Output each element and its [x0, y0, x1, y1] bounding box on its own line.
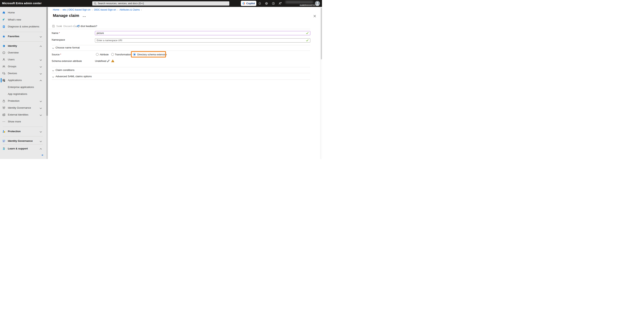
copilot-label: Copilot	[246, 2, 255, 5]
section-choose-name-format[interactable]: Choose name format	[56, 46, 80, 49]
breadcrumb-attributes-claims[interactable]: Attributes & Claims	[120, 9, 140, 11]
tenant-name: KUBEROCKETCI	[290, 4, 315, 6]
copilot-logo-icon	[242, 2, 245, 5]
sidebar-divider	[3, 41, 43, 42]
radio-attribute[interactable]	[96, 53, 98, 56]
question-icon: ?	[272, 2, 275, 5]
breadcrumb-separator: ›	[117, 9, 118, 11]
notifications-button[interactable]	[257, 1, 262, 6]
account-name-redacted	[286, 1, 313, 4]
edit-pencil-icon[interactable]	[107, 59, 110, 63]
feedback-button[interactable]	[278, 1, 282, 6]
sidebar-item-diagnose[interactable]: Diagnose & solve problems	[0, 24, 46, 29]
more-menu-icon[interactable]	[83, 16, 86, 17]
chevron-down-icon	[40, 114, 42, 116]
sidebar-item-learn-support[interactable]: Learn & support	[0, 146, 46, 151]
close-button[interactable]	[313, 15, 317, 18]
schema-extension-attribute-value: Undefined	[95, 60, 106, 63]
external-identities-icon	[2, 113, 5, 116]
sidebar-item-enterprise-applications[interactable]: Enterprise applications	[0, 85, 46, 90]
main-panel: Home›eks | OIDC-based Sign-on›OIDC-based…	[48, 7, 320, 159]
sidebar-divider	[3, 127, 43, 127]
people-icon	[2, 65, 5, 68]
sidebar-item-show-more[interactable]: Show more	[0, 119, 46, 124]
sidebar-item-external-identities[interactable]: External Identities	[0, 112, 46, 117]
discard-x-icon	[60, 25, 62, 27]
radio-attribute-label[interactable]: Attribute	[100, 53, 109, 56]
sidebar-item-identity[interactable]: Identity	[0, 43, 46, 49]
bell-icon	[258, 2, 261, 5]
breadcrumb-separator: ›	[60, 9, 61, 11]
radio-transformation[interactable]	[111, 53, 114, 56]
person-icon	[315, 1, 320, 6]
chevron-down-icon[interactable]	[52, 69, 54, 71]
sidebar-item-groups[interactable]: Groups	[0, 64, 46, 69]
breadcrumb: Home›eks | OIDC-based Sign-on›OIDC-based…	[53, 9, 143, 11]
name-label: Name*	[52, 32, 60, 35]
help-button[interactable]: ?	[271, 1, 276, 6]
sidebar-collapse-button[interactable]: «	[42, 153, 43, 157]
sidebar-item-home[interactable]: Home	[0, 10, 46, 15]
sidebar-item-identity-governance-section[interactable]: Identity Governance	[0, 138, 46, 144]
chevron-up-icon	[40, 45, 42, 47]
applications-grid-icon	[2, 79, 5, 82]
avatar[interactable]	[315, 1, 320, 6]
learn-support-headset-icon	[2, 147, 5, 150]
settings-button[interactable]	[264, 1, 269, 6]
sidebar-item-protection[interactable]: Protection	[0, 98, 46, 104]
breadcrumb-separator: ›	[92, 9, 93, 11]
highlight-box	[131, 51, 166, 58]
sidebar-item-identity-governance[interactable]: Identity Governance	[0, 105, 46, 111]
name-input[interactable]	[95, 31, 310, 35]
chevron-down-icon[interactable]	[52, 47, 54, 49]
search-icon	[94, 2, 96, 5]
gear-icon	[265, 2, 268, 5]
valid-check-icon	[306, 32, 308, 34]
chevron-down-icon	[40, 140, 42, 142]
person-feedback-icon	[278, 2, 282, 5]
section-divider	[52, 51, 310, 51]
sidebar-item-overview[interactable]: Overview	[0, 50, 46, 55]
sidebar-item-whats-new[interactable]: What's new	[0, 17, 46, 23]
copilot-button[interactable]: Copilot	[241, 1, 256, 6]
sidebar-item-devices[interactable]: Devices	[0, 71, 46, 76]
search-input[interactable]: Search resources, services, and docs (G+…	[92, 1, 229, 6]
radio-transformation-label[interactable]: Transformation	[115, 53, 131, 56]
page-scrollbar-thumb[interactable]	[321, 8, 322, 59]
breadcrumb-oidc[interactable]: OIDC-based Sign-on	[94, 9, 116, 11]
chevron-down-icon[interactable]	[52, 75, 54, 77]
sidebar: Home What's new Diagnose & solve problem…	[0, 7, 48, 159]
chevron-down-icon	[40, 100, 42, 102]
protection-shield-person-icon	[2, 130, 5, 133]
sidebar-divider	[3, 136, 43, 136]
star-icon	[2, 35, 5, 38]
diagnose-clipboard-icon	[2, 25, 5, 28]
source-label: Source*	[52, 53, 61, 56]
info-icon	[2, 51, 5, 54]
sidebar-scrollbar[interactable]	[46, 7, 48, 159]
sidebar-item-users[interactable]: Users	[0, 57, 46, 62]
valid-check-icon	[306, 39, 308, 42]
close-icon	[313, 15, 316, 18]
whats-new-flag-icon	[2, 18, 5, 21]
feedback-icon	[76, 25, 80, 28]
sidebar-scrollbar-thumb[interactable]	[46, 7, 48, 116]
section-claim-conditions[interactable]: Claim conditions	[56, 69, 74, 72]
page-title: Manage claim	[53, 13, 79, 18]
ellipsis-icon	[2, 120, 5, 123]
section-divider	[52, 67, 310, 67]
breadcrumb-eks[interactable]: eks | OIDC-based Sign-on	[62, 9, 90, 11]
sidebar-item-applications[interactable]: Applications	[0, 78, 46, 83]
section-advanced-saml-claims-options[interactable]: Advanced SAML claims options	[56, 75, 92, 78]
sidebar-item-favorites[interactable]: Favorites	[0, 34, 46, 39]
warning-icon	[111, 59, 114, 63]
chevron-up-icon	[40, 79, 42, 81]
breadcrumb-home[interactable]: Home	[53, 9, 59, 11]
user-icon	[2, 58, 5, 61]
top-bar: Microsoft Entra admin center Search reso…	[0, 0, 322, 7]
namespace-input[interactable]	[95, 38, 310, 43]
sidebar-item-protection-section[interactable]: Protection	[0, 129, 46, 134]
page-scrollbar[interactable]	[320, 7, 322, 159]
got-feedback-button[interactable]: Got feedback?	[76, 25, 97, 28]
sidebar-item-app-registrations[interactable]: App registrations	[0, 91, 46, 97]
